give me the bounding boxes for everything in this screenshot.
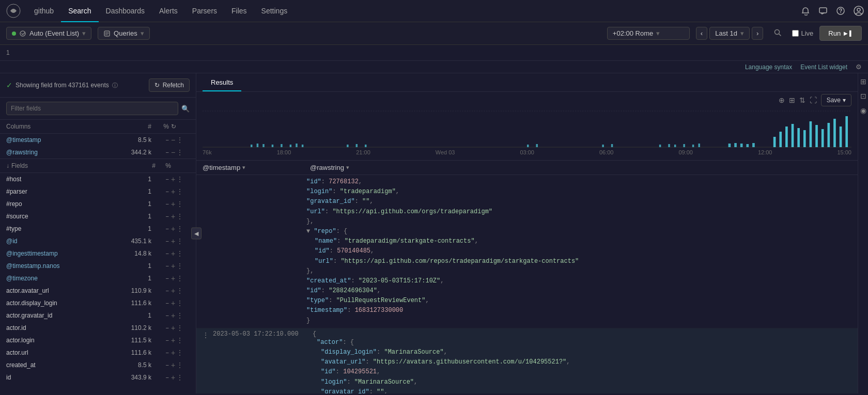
field-add-type[interactable]: +	[171, 225, 175, 233]
field-add-displaylogin[interactable]: +	[171, 299, 175, 307]
zoom-search-button[interactable]	[769, 26, 786, 40]
filter-fields-input[interactable]	[6, 102, 178, 115]
field-more-timezone[interactable]: ⋮	[176, 274, 183, 282]
refresh-icon[interactable]: ↻	[171, 123, 176, 130]
field-add-id[interactable]: +	[171, 237, 175, 245]
field-row-gravatar[interactable]: actor.gravatar_id 1 − + ⋮	[0, 309, 196, 322]
nav-item-files[interactable]: Files	[224, 0, 254, 22]
nav-item-github[interactable]: github	[27, 0, 61, 22]
field-row-timezone[interactable]: @timezone 1 − + ⋮	[0, 272, 196, 285]
messages-icon[interactable]	[818, 6, 828, 15]
nav-item-alerts[interactable]: Alerts	[152, 0, 185, 22]
field-row-repo[interactable]: #repo 1 − + ⋮	[0, 198, 196, 210]
field-more-ingest[interactable]: ⋮	[176, 249, 183, 258]
event-list-widget-link[interactable]: Event List widget	[800, 64, 847, 71]
field-more-host[interactable]: ⋮	[176, 175, 183, 183]
filter-search-icon[interactable]: 🔍	[181, 105, 190, 113]
rs-icon-3[interactable]: ◉	[860, 106, 866, 115]
field-row-ingesttimestamp[interactable]: @ingesttimestamp 14.8 k − + ⋮	[0, 247, 196, 260]
timestamp-column-header[interactable]: @timestamp ▾	[203, 164, 306, 171]
tab-results[interactable]: Results	[203, 73, 241, 91]
chart-split-icon[interactable]: ⇅	[799, 96, 805, 104]
chart-expand-icon[interactable]: ⛶	[810, 96, 817, 104]
field-add-actorurl[interactable]: +	[171, 349, 175, 357]
col-remove-timestamp[interactable]: −	[171, 136, 175, 144]
nav-item-dashboards[interactable]: Dashboards	[99, 0, 152, 22]
live-checkbox-input[interactable]	[792, 30, 799, 37]
field-row-display-login[interactable]: actor.display_login 111.6 k − + ⋮	[0, 297, 196, 309]
col-more-timestamp[interactable]: ⋮	[176, 136, 183, 144]
field-more-source[interactable]: ⋮	[176, 212, 183, 220]
column-row-rawstring[interactable]: @rawstring 344.2 k − − ⋮	[0, 146, 196, 159]
sidebar-collapse-button[interactable]: ◀	[191, 228, 202, 240]
field-add-createdat[interactable]: +	[171, 361, 175, 369]
field-more-tsnanos[interactable]: ⋮	[176, 262, 183, 270]
queries-button[interactable]: Queries ▾	[98, 27, 150, 40]
field-row-type[interactable]: #type 1 − + ⋮	[0, 223, 196, 235]
field-row-id[interactable]: @id 435.1 k − + ⋮	[0, 235, 196, 247]
field-add-eventid[interactable]: +	[171, 373, 175, 382]
column-row-timestamp[interactable]: @timestamp 8.5 k − − ⋮	[0, 134, 196, 146]
time-next-button[interactable]: ›	[752, 27, 763, 40]
field-add-repo[interactable]: +	[171, 200, 175, 208]
live-toggle[interactable]: Live	[792, 29, 813, 37]
field-more-repo[interactable]: ⋮	[176, 200, 183, 208]
field-more-createdat[interactable]: ⋮	[176, 361, 183, 369]
field-add-source[interactable]: +	[171, 212, 175, 220]
field-more-avatar[interactable]: ⋮	[176, 287, 183, 295]
timezone-selector[interactable]: +02:00 Rome ▾	[607, 27, 690, 40]
field-more-actorlogin[interactable]: ⋮	[176, 336, 183, 344]
source-selector[interactable]: Auto (Event List) ▾	[6, 27, 91, 40]
col-more-rawstring[interactable]: ⋮	[176, 148, 183, 156]
field-row-actor-login[interactable]: actor.login 111.5 k − + ⋮	[0, 334, 196, 346]
col-remove-rawstring[interactable]: −	[171, 148, 175, 156]
nav-item-settings[interactable]: Settings	[254, 0, 295, 22]
field-add-actorid[interactable]: +	[171, 324, 175, 332]
notifications-icon[interactable]	[801, 6, 810, 15]
field-add-actorlogin[interactable]: +	[171, 336, 175, 344]
chart-crosshair-icon[interactable]: ⊕	[779, 96, 785, 104]
field-add-ingest[interactable]: +	[171, 249, 175, 258]
field-row-created-at[interactable]: created_at 8.5 k − + ⋮	[0, 359, 196, 371]
save-button[interactable]: Save ▾	[821, 94, 851, 106]
time-range-button[interactable]: Last 1d ▾	[709, 27, 750, 40]
field-add-host[interactable]: +	[171, 175, 175, 183]
nav-item-search[interactable]: Search	[61, 0, 98, 22]
field-row-timestamp-nanos[interactable]: @timestamp.nanos 1 − + ⋮	[0, 260, 196, 272]
info-icon[interactable]: ⓘ	[112, 82, 118, 89]
nav-item-parsers[interactable]: Parsers	[185, 0, 224, 22]
field-row-avatar-url[interactable]: actor.avatar_url 110.9 k − + ⋮	[0, 285, 196, 297]
field-more-displaylogin[interactable]: ⋮	[176, 299, 183, 307]
refetch-button[interactable]: ↻ Refetch	[149, 78, 190, 92]
run-button[interactable]: Run ▶ ▌	[819, 26, 862, 41]
rs-icon-1[interactable]: ⊞	[860, 77, 866, 86]
field-add-timezone[interactable]: +	[171, 274, 175, 282]
language-syntax-link[interactable]: Language syntax	[745, 64, 792, 71]
field-add-avatar[interactable]: +	[171, 287, 175, 295]
user-avatar[interactable]	[854, 6, 864, 16]
field-add-tsnanos[interactable]: +	[171, 262, 175, 270]
svg-rect-20	[365, 145, 366, 147]
field-add-parser[interactable]: +	[171, 187, 175, 196]
field-row-host[interactable]: #host 1 − + ⋮	[0, 173, 196, 185]
field-more-actorid[interactable]: ⋮	[176, 324, 183, 332]
time-prev-button[interactable]: ‹	[696, 27, 707, 40]
field-more-gravatar[interactable]: ⋮	[176, 311, 183, 320]
field-row-source[interactable]: #source 1 − + ⋮	[0, 210, 196, 223]
field-row-event-id[interactable]: id 343.9 k − + ⋮	[0, 371, 196, 384]
field-row-actor-id[interactable]: actor.id 110.2 k − + ⋮	[0, 322, 196, 334]
help-icon[interactable]	[836, 6, 845, 15]
field-add-gravatar[interactable]: +	[171, 311, 175, 320]
settings-icon[interactable]: ⚙	[856, 63, 862, 71]
field-more-actorurl[interactable]: ⋮	[176, 349, 183, 357]
field-more-type[interactable]: ⋮	[176, 225, 183, 233]
field-more-eventid[interactable]: ⋮	[176, 373, 183, 382]
rawstring-column-header[interactable]: @rawstring ▾	[310, 164, 851, 171]
chart-table-icon[interactable]: ⊞	[789, 96, 795, 104]
field-more-parser[interactable]: ⋮	[176, 187, 183, 196]
rs-icon-2[interactable]: ⊡	[860, 92, 866, 100]
row-expand-icon[interactable]: ⋮	[203, 331, 209, 339]
field-row-actor-url[interactable]: actor.url 111.6 k − + ⋮	[0, 346, 196, 359]
field-more-id[interactable]: ⋮	[176, 237, 183, 245]
field-row-parser[interactable]: #parser 1 − + ⋮	[0, 185, 196, 198]
